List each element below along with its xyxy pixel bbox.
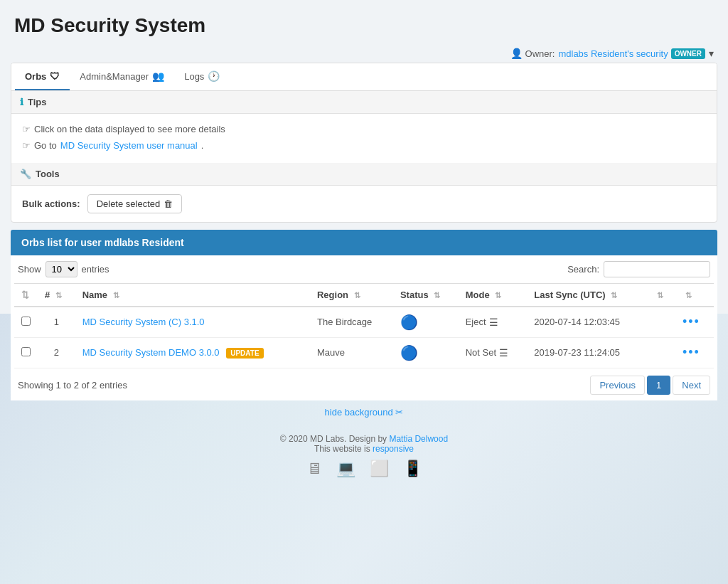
owner-dropdown-arrow[interactable]: ▾ bbox=[709, 48, 714, 59]
row1-mode-settings-icon[interactable]: ☰ bbox=[489, 317, 498, 328]
tips-text-2-suffix: . bbox=[201, 137, 204, 154]
tips-section: ℹ Tips ☞ Click on the data displayed to … bbox=[11, 91, 717, 163]
row2-toggle-icon[interactable]: 🔵 bbox=[400, 345, 418, 361]
delete-selected-button[interactable]: Delete selected 🗑 bbox=[87, 194, 183, 213]
footer-responsive-link[interactable]: responsive bbox=[373, 444, 414, 454]
tips-line-1: ☞ Click on the data displayed to see mor… bbox=[22, 121, 706, 137]
laptop-icon: 💻 bbox=[336, 460, 355, 478]
row2-checkbox[interactable] bbox=[21, 347, 31, 356]
tips-pointer-icon-1: ☞ bbox=[22, 121, 31, 137]
col-actions: ⇅ bbox=[647, 283, 675, 307]
row1-mode: Eject ☰ bbox=[459, 307, 528, 338]
table-controls: Show 10 25 50 entries Search: bbox=[14, 255, 714, 283]
tools-header: 🔧 Tools bbox=[11, 163, 717, 186]
sort-icon-mode: ⇅ bbox=[495, 291, 501, 299]
tab-admin-label: Admin&Manager bbox=[80, 71, 149, 82]
row2-dots bbox=[647, 337, 675, 368]
orbs-list-header: Orbs list for user mdlabs Resident bbox=[11, 230, 717, 255]
footer-copyright-text: © 2020 MD Labs. Design by bbox=[280, 434, 390, 444]
delete-btn-label: Delete selected bbox=[97, 198, 161, 209]
col-num: # ⇅ bbox=[38, 283, 75, 307]
page-title: MD Security System bbox=[11, 14, 717, 37]
tab-orbs[interactable]: Orbs 🛡 bbox=[15, 63, 70, 90]
tools-wrench-icon: 🔧 bbox=[20, 169, 31, 179]
desktop-icon: 🖥 bbox=[306, 460, 322, 478]
owner-link[interactable]: mdlabs Resident's security bbox=[558, 48, 668, 59]
search-area: Search: bbox=[567, 261, 710, 277]
row2-mode-text: Not Set bbox=[466, 347, 496, 358]
tabs-bar: Orbs 🛡 Admin&Manager 👥 Logs 🕐 bbox=[11, 63, 717, 91]
hide-background-link[interactable]: hide background ✂ bbox=[325, 407, 404, 418]
row2-region: Mauve bbox=[310, 337, 393, 368]
update-badge: UPDATE bbox=[226, 348, 263, 359]
col-name[interactable]: Name ⇅ bbox=[75, 283, 310, 307]
owner-bar: 👤 Owner: mdlabs Resident's security OWNE… bbox=[11, 48, 717, 59]
col-status[interactable]: Status ⇅ bbox=[393, 283, 459, 307]
col-region[interactable]: Region ⇅ bbox=[310, 283, 393, 307]
row2-name-cell: MD Security System DEMO 3.0.0 UPDATE bbox=[75, 337, 310, 368]
search-label: Search: bbox=[567, 264, 599, 275]
row1-toggle-icon[interactable]: 🔵 bbox=[400, 314, 418, 330]
footer-responsive-text: This website is bbox=[314, 444, 373, 454]
row1-more-btn[interactable]: ••• bbox=[682, 314, 700, 329]
show-entries: Show 10 25 50 entries bbox=[18, 261, 109, 277]
row1-dots bbox=[647, 307, 675, 338]
col-lastsync[interactable]: Last Sync (UTC) ⇅ bbox=[527, 283, 647, 307]
footer-designer-link[interactable]: Mattia Delwood bbox=[389, 434, 448, 444]
hide-bg-text: hide background bbox=[325, 407, 393, 418]
sort-icon-lastsync: ⇅ bbox=[611, 291, 617, 299]
tab-admin[interactable]: Admin&Manager 👥 bbox=[70, 63, 174, 90]
tips-line-2: ☞ Go to MD Security System user manual . bbox=[22, 137, 706, 154]
row1-num: 1 bbox=[38, 307, 75, 338]
sort-icon-a2: ⇅ bbox=[685, 291, 692, 299]
row2-actions: ••• bbox=[675, 337, 714, 368]
owner-badge: OWNER bbox=[671, 48, 705, 59]
entries-label: entries bbox=[82, 264, 109, 275]
tools-title: Tools bbox=[36, 169, 60, 179]
showing-text: Showing 1 to 2 of 2 entries bbox=[18, 380, 127, 391]
row1-lastsync: 2020-07-14 12:03:45 bbox=[527, 307, 647, 338]
row1-mode-text: Eject bbox=[466, 317, 486, 327]
row1-actions: ••• bbox=[675, 307, 714, 338]
entries-select[interactable]: 10 25 50 bbox=[46, 261, 77, 277]
tab-logs[interactable]: Logs 🕐 bbox=[174, 63, 230, 90]
row2-checkbox-cell bbox=[14, 337, 38, 368]
row2-name-link[interactable]: MD Security System DEMO 3.0.0 bbox=[82, 347, 220, 358]
bulk-label: Bulk actions: bbox=[22, 198, 80, 209]
tab-logs-label: Logs bbox=[184, 71, 204, 82]
mobile-icon: 📱 bbox=[403, 460, 422, 478]
col-extra: ⇅ bbox=[675, 283, 714, 307]
sort-icon-checkbox: ⇅ bbox=[21, 290, 29, 300]
row2-num: 2 bbox=[38, 337, 75, 368]
tips-header: ℹ Tips bbox=[11, 91, 717, 114]
table-row: 1 MD Security System (C) 3.1.0 The Birdc… bbox=[14, 307, 714, 338]
tips-title: Tips bbox=[28, 97, 47, 107]
row1-name-cell: MD Security System (C) 3.1.0 bbox=[75, 307, 310, 338]
row1-name-link[interactable]: MD Security System (C) 3.1.0 bbox=[82, 317, 205, 327]
row2-mode-settings-icon[interactable]: ☰ bbox=[499, 347, 508, 359]
col-mode[interactable]: Mode ⇅ bbox=[459, 283, 528, 307]
table-row: 2 MD Security System DEMO 3.0.0 UPDATE M… bbox=[14, 337, 714, 368]
row2-status: 🔵 bbox=[393, 337, 459, 368]
sort-icon-num: ⇅ bbox=[55, 291, 62, 299]
next-button[interactable]: Next bbox=[673, 376, 710, 395]
admin-group-icon: 👥 bbox=[152, 70, 164, 82]
row2-more-btn[interactable]: ••• bbox=[682, 345, 700, 359]
orbs-shield-icon: 🛡 bbox=[50, 70, 60, 82]
orbs-list-section: Orbs list for user mdlabs Resident Show … bbox=[11, 230, 717, 400]
search-input[interactable] bbox=[604, 261, 710, 277]
tips-manual-link[interactable]: MD Security System user manual bbox=[60, 137, 198, 154]
previous-button[interactable]: Previous bbox=[590, 376, 645, 395]
tips-text-1: Click on the data displayed to see more … bbox=[34, 121, 225, 137]
page-1-button[interactable]: 1 bbox=[647, 376, 670, 395]
sort-icon-a1: ⇅ bbox=[657, 291, 663, 299]
row1-status: 🔵 bbox=[393, 307, 459, 338]
tablet-icon: ⬜ bbox=[370, 460, 389, 478]
footer-device-icons: 🖥 💻 ⬜ 📱 bbox=[11, 460, 717, 478]
trash-icon: 🗑 bbox=[164, 198, 173, 209]
tips-info-icon: ℹ bbox=[20, 97, 23, 107]
orbs-data-table: ⇅ # ⇅ Name ⇅ Region ⇅ bbox=[14, 283, 714, 368]
logs-clock-icon: 🕐 bbox=[208, 70, 220, 82]
col-checkbox: ⇅ bbox=[14, 283, 38, 307]
row1-checkbox[interactable] bbox=[21, 317, 31, 326]
